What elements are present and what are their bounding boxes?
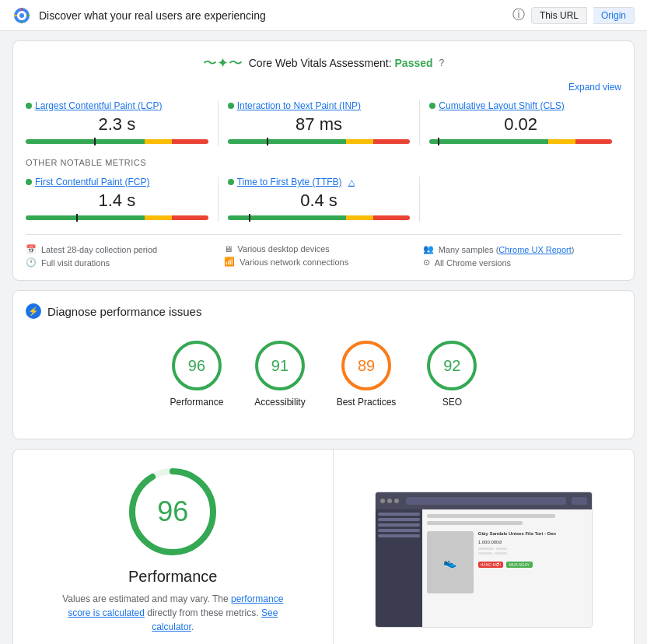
ttfb-info-icon[interactable]: △ [348, 177, 355, 187]
score-accessibility[interactable]: 91 Accessibility [254, 341, 305, 408]
url-tab[interactable]: This URL [531, 7, 587, 24]
lcp-bar-bg [26, 139, 208, 144]
footer-item-period: 📅 Latest 28-day collection period [26, 244, 224, 254]
inp-bar-bg [228, 139, 411, 144]
cls-metric: Cumulative Layout Shift (CLS) 0.02 [420, 100, 621, 145]
lcp-label[interactable]: Largest Contentful Paint (LCP) [26, 100, 208, 111]
perf-desc: Values are estimated and may vary. The p… [56, 592, 289, 634]
thumb-dot-1 [380, 499, 385, 503]
footer-col-3: 👥 Many samples (Chrome UX Report) ⊙ All … [423, 244, 621, 268]
score-value-accessibility: 91 [271, 357, 289, 375]
inp-dot [228, 103, 234, 109]
perf-left-panel: 96 Performance Values are estimated and … [13, 450, 334, 644]
lcp-value: 2.3 s [26, 114, 208, 135]
lcp-label-text: Largest Contentful Paint (LCP) [35, 100, 162, 111]
score-performance[interactable]: 96 Performance [170, 341, 224, 408]
score-circle-performance: 96 [172, 341, 222, 390]
desktop-icon: 🖥 [224, 244, 233, 254]
wifi-icon: 📶 [224, 257, 235, 267]
footer-col-1: 📅 Latest 28-day collection period 🕐 Full… [26, 244, 224, 268]
thumb-sidebar [376, 509, 422, 627]
chrome-ux-report-link[interactable]: Chrome UX Report [498, 245, 572, 254]
perf-desc-before: Values are estimated and may vary. The [62, 593, 231, 604]
cwv-card: 〜✦〜 Core Web Vitals Assessment: Passed ?… [12, 40, 635, 281]
header-title: Discover what your real users are experi… [39, 9, 512, 22]
cwv-title-text: Core Web Vitals Assessment: [249, 57, 392, 69]
users-icon: 👥 [423, 244, 434, 254]
diagnose-icon: ⚡ [26, 303, 41, 319]
cwv-help-icon[interactable]: ? [439, 58, 445, 68]
thumb-dot-2 [387, 499, 392, 503]
inp-bar [228, 139, 411, 144]
info-icon[interactable]: ⓘ [512, 7, 525, 23]
perf-desc-end: . [191, 621, 194, 632]
thumb-header [376, 492, 592, 509]
other-metrics-title: OTHER NOTABLE METRICS [26, 158, 621, 167]
fcp-label[interactable]: First Contentful Paint (FCP) [26, 177, 208, 187]
score-value-seo: 92 [443, 357, 460, 375]
ttfb-label[interactable]: Time to First Byte (TTFB) △ [228, 177, 411, 187]
other-metrics-row: First Contentful Paint (FCP) 1.4 s Time … [26, 177, 621, 222]
cls-bar [429, 139, 612, 144]
cls-label[interactable]: Cumulative Layout Shift (CLS) [429, 100, 612, 111]
footer-item-duration: 🕐 Full visit durations [26, 257, 224, 268]
empty-metric [420, 177, 621, 222]
thumb-body: 👟 Giày Sandals Unisex Fila Tori - Den 1.… [376, 509, 592, 627]
fcp-bar-bg [26, 215, 208, 220]
cwv-expand-view[interactable]: Expand view [26, 82, 621, 93]
app-header: Discover what your real users are experi… [0, 0, 647, 31]
lcp-bar [26, 139, 208, 144]
thumb-url-bar [406, 497, 566, 505]
ttfb-bar [228, 215, 411, 220]
cwv-title: Core Web Vitals Assessment: Passed [249, 57, 433, 69]
main-content: 〜✦〜 Core Web Vitals Assessment: Passed ?… [0, 31, 647, 644]
cwv-expand-label: Expand view [568, 82, 621, 93]
footer-item-chrome: ⊙ All Chrome versions [423, 257, 621, 268]
origin-tab[interactable]: Origin [593, 7, 635, 24]
footer-chrome-text: All Chrome versions [435, 258, 511, 268]
svg-rect-5 [14, 15, 17, 16]
svg-rect-3 [21, 8, 23, 11]
cls-bar-bg [429, 139, 612, 144]
fcp-bar [26, 215, 208, 220]
score-best-practices[interactable]: 89 Best Practices [337, 341, 397, 408]
fcp-value: 1.4 s [26, 191, 208, 211]
fcp-metric: First Contentful Paint (FCP) 1.4 s [26, 177, 219, 222]
ttfb-dot [228, 179, 234, 185]
cwv-icon: 〜✦〜 [203, 54, 243, 72]
header-actions: ⓘ This URL Origin [512, 7, 635, 24]
score-label-performance: Performance [170, 397, 224, 408]
cls-indicator [438, 138, 439, 145]
footer-period-text: Latest 28-day collection period [41, 245, 157, 254]
perf-right-panel: 👟 Giày Sandals Unisex Fila Tori - Den 1.… [334, 450, 635, 644]
inp-label[interactable]: Interaction to Next Paint (INP) [228, 100, 411, 111]
score-seo[interactable]: 92 SEO [427, 341, 477, 408]
cls-value: 0.02 [429, 114, 612, 135]
diagnose-card: ⚡ Diagnose performance issues 96 Perform… [12, 290, 635, 439]
footer-item-network: 📶 Various network connections [224, 257, 422, 267]
fcp-dot [26, 179, 32, 185]
big-score-circle: 96 [126, 465, 219, 558]
footer-col-2: 🖥 Various desktop devices 📶 Various netw… [224, 244, 422, 268]
site-thumbnail: 👟 Giày Sandals Unisex Fila Tori - Den 1.… [375, 492, 593, 628]
footer-item-devices: 🖥 Various desktop devices [224, 244, 422, 254]
chrome-icon: ⊙ [423, 257, 430, 268]
inp-value: 87 ms [228, 114, 411, 135]
scores-row: 96 Performance 91 Accessibility 89 Best … [26, 328, 621, 420]
footer-devices-text: Various desktop devices [237, 244, 329, 254]
cls-label-text: Cumulative Layout Shift (CLS) [439, 100, 564, 111]
lcp-indicator [94, 138, 96, 145]
cwv-footer: 📅 Latest 28-day collection period 🕐 Full… [26, 234, 621, 268]
score-circle-best-practices: 89 [341, 341, 391, 390]
big-score-number: 96 [157, 495, 188, 528]
lcp-dot [26, 103, 32, 109]
score-label-seo: SEO [442, 397, 462, 408]
cwv-status: Passed [395, 57, 433, 69]
thumb-menu [572, 497, 587, 505]
score-value-performance: 96 [188, 357, 205, 375]
ttfb-bar-bg [228, 215, 411, 220]
score-circle-seo: 92 [427, 341, 477, 390]
inp-metric: Interaction to Next Paint (INP) 87 ms [219, 100, 421, 145]
big-perf-label: Performance [128, 568, 218, 586]
svg-rect-6 [26, 15, 30, 16]
